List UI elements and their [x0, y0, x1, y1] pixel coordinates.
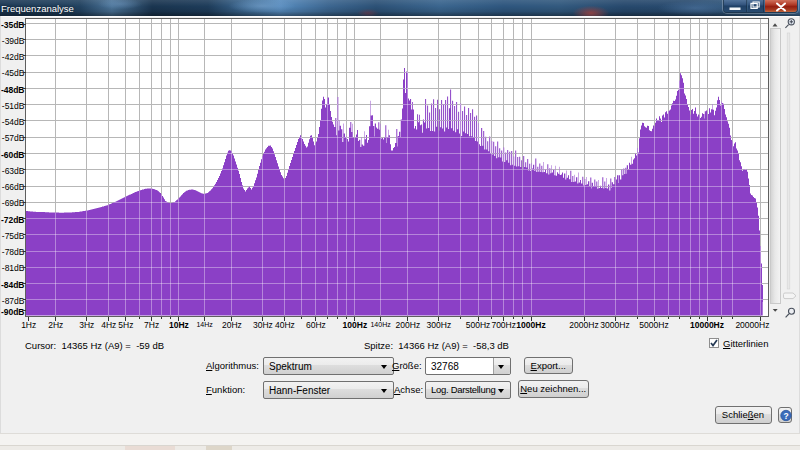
- svg-text:30Hz: 30Hz: [253, 320, 273, 330]
- svg-text:3000Hz: 3000Hz: [600, 320, 629, 330]
- svg-text:-63dB: -63dB: [2, 166, 25, 176]
- svg-text:5Hz: 5Hz: [118, 320, 133, 330]
- svg-text:700Hz: 700Hz: [491, 320, 516, 330]
- svg-text:-69dB: -69dB: [2, 198, 25, 208]
- svg-text:-87dB: -87dB: [2, 296, 25, 306]
- svg-text:-42dB: -42dB: [2, 52, 25, 62]
- svg-text:-51dB: -51dB: [2, 101, 25, 111]
- svg-text:140Hz: 140Hz: [370, 321, 391, 328]
- svg-text:-54dB: -54dB: [2, 117, 25, 127]
- svg-text:100Hz: 100Hz: [343, 320, 368, 330]
- svg-text:20Hz: 20Hz: [222, 320, 242, 330]
- svg-text:-84dB: -84dB: [1, 280, 25, 290]
- svg-text:-60dB: -60dB: [1, 150, 25, 160]
- svg-text:60Hz: 60Hz: [306, 320, 326, 330]
- svg-text:-66dB: -66dB: [2, 182, 25, 192]
- svg-text:5000Hz: 5000Hz: [639, 320, 668, 330]
- svg-text:-90dB: -90dB: [1, 307, 25, 317]
- svg-text:300Hz: 300Hz: [427, 320, 452, 330]
- svg-text:-48dB: -48dB: [1, 85, 25, 95]
- svg-text:14Hz: 14Hz: [196, 321, 213, 328]
- svg-text:-78dB: -78dB: [2, 247, 25, 257]
- svg-text:-35dB: -35dB: [1, 20, 25, 30]
- svg-text:10Hz: 10Hz: [169, 320, 189, 330]
- svg-text:-45dB: -45dB: [2, 68, 25, 78]
- svg-text:500Hz: 500Hz: [466, 320, 491, 330]
- svg-text:10000Hz: 10000Hz: [690, 320, 724, 330]
- svg-text:40Hz: 40Hz: [275, 320, 295, 330]
- svg-text:-39dB: -39dB: [2, 36, 25, 46]
- svg-text:?: ?: [783, 411, 788, 421]
- svg-text:1Hz: 1Hz: [21, 320, 36, 330]
- svg-text:-75dB: -75dB: [2, 231, 25, 241]
- svg-text:20000Hz: 20000Hz: [735, 320, 769, 330]
- svg-text:-57dB: -57dB: [2, 133, 25, 143]
- svg-text:3Hz: 3Hz: [79, 320, 94, 330]
- svg-text:2000Hz: 2000Hz: [569, 320, 598, 330]
- svg-text:2Hz: 2Hz: [48, 320, 63, 330]
- svg-text:-81dB: -81dB: [2, 263, 25, 273]
- svg-text:4Hz: 4Hz: [101, 320, 116, 330]
- svg-text:200Hz: 200Hz: [396, 320, 421, 330]
- svg-text:7Hz: 7Hz: [144, 320, 159, 330]
- svg-text:-72dB: -72dB: [1, 215, 25, 225]
- svg-text:1000Hz: 1000Hz: [516, 320, 545, 330]
